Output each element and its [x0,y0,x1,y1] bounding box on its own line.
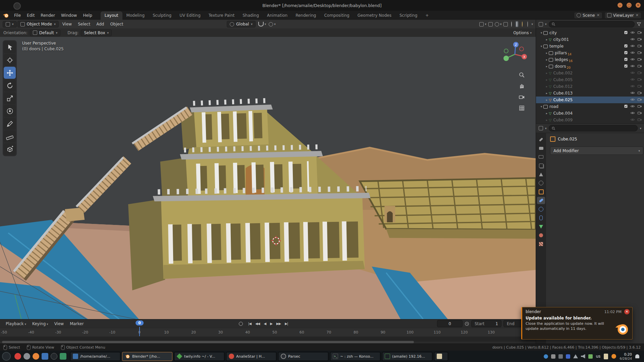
editor-type-button[interactable]: ▾ [3,21,17,27]
menu-render[interactable]: Render [38,12,58,19]
workspace-tab-scripting[interactable]: Scripting [395,11,421,20]
blender-logo-icon[interactable] [3,13,9,18]
disable-render-camera-icon[interactable] [637,111,642,116]
task-button-amalie-192-16[interactable]: (amalie) 192.16... [382,352,432,361]
disclosure-closed-icon[interactable]: ▸ [545,65,549,68]
disable-render-camera-icon[interactable] [637,50,642,56]
properties-tab-render[interactable] [537,144,545,152]
outliner-row-doors[interactable]: ▸doors20 [536,63,644,70]
workspace-tab-geometry-nodes[interactable]: Geometry Nodes [354,11,395,20]
hide-eye-icon[interactable] [630,90,635,96]
hide-eye-icon[interactable] [630,104,635,110]
battery-tray-icon[interactable] [588,354,593,359]
properties-tab-modifiers[interactable] [537,197,545,204]
bluetooth-tray-icon[interactable] [566,354,570,359]
xray-toggle-icon[interactable] [503,22,508,26]
navigation-gizmo[interactable]: X Z [502,42,528,67]
properties-tab-material[interactable] [537,232,545,239]
notifications-bell-icon[interactable] [635,354,639,358]
disclosure-open-icon[interactable]: ▾ [539,45,543,48]
zoom-icon[interactable] [519,72,525,78]
screenshot-tray-icon[interactable] [558,354,563,359]
timeline-menu-view[interactable]: View [51,320,67,327]
workspace-tab-uv-editing[interactable]: UV Editing [175,11,205,20]
timeline-ruler[interactable]: -50-40-30-20-100102030405060708090100110… [0,328,536,337]
workspace-tab-compositing[interactable]: Compositing [320,11,353,20]
workspace-tab-layout[interactable]: Layout [101,11,122,20]
media-tray-icon[interactable] [551,354,555,359]
shading-wireframe[interactable] [510,21,513,27]
filter-funnel-icon[interactable] [637,22,641,26]
properties-tab-tool[interactable] [537,136,545,143]
task-button-zsh-konso[interactable]: >_~ : zsh — Konso... [330,352,380,361]
workspace-tab-[interactable]: + [421,11,433,20]
disable-render-camera-icon[interactable] [637,97,642,103]
workspace-tab-rendering[interactable]: Rendering [291,11,320,20]
workspace-tab-shading[interactable]: Shading [238,11,263,20]
hide-eye-icon[interactable] [630,44,635,49]
hide-eye-icon[interactable] [630,64,635,69]
properties-tab-physics[interactable] [537,205,545,213]
hide-eye-icon[interactable] [630,111,635,116]
start-menu-button[interactable] [2,352,11,361]
task-button-twily-info-v[interactable]: twily.info ~/ - V... [174,352,224,361]
outliner-row-cube-005[interactable]: ▸▽Cube.005 [536,76,644,83]
viewlayer-remove-icon[interactable]: ✕ [636,13,639,17]
disclosure-closed-icon[interactable]: ▸ [545,71,549,75]
outliner-row-pillars[interactable]: ▸pillars14 [536,50,644,56]
options-dropdown[interactable]: Options▾ [513,31,532,35]
disclosure-closed-icon[interactable]: ▸ [545,85,549,88]
tool-rotate-button[interactable] [4,79,16,92]
hide-eye-icon[interactable] [630,70,635,76]
shading-solid[interactable] [515,21,519,27]
disclosure-closed-icon[interactable]: ▸ [545,92,549,95]
outliner-row-cube-012[interactable]: ▸▽Cube.012 [536,83,644,90]
launcher-system-icon[interactable] [23,353,30,360]
outliner-row-cube-009[interactable]: ▸▽Cube.009 [536,117,644,123]
outliner-search-input[interactable] [549,21,635,27]
minimize-button[interactable]: – [618,3,623,8]
tool-transform-button[interactable] [4,105,16,117]
viewport-menu-add[interactable]: Add [93,21,107,27]
outliner-row-ledges[interactable]: ▸ledges16 [536,56,644,63]
task-button-analiestar-h[interactable]: AnalieStar | H... [226,352,276,361]
exclude-checkbox-icon[interactable] [624,31,628,36]
properties-tab-object[interactable] [537,188,545,195]
disable-render-camera-icon[interactable] [637,44,642,49]
disclosure-open-icon[interactable]: ▾ [539,31,543,35]
launcher-firefox-icon[interactable] [33,353,39,360]
timeline-menu-marker[interactable]: Marker [67,320,87,327]
hide-eye-icon[interactable] [630,50,635,56]
hide-eye-icon[interactable] [630,57,635,63]
visibility-dropdown[interactable]: ▾ [479,22,486,26]
outliner-row-cube-013[interactable]: ▸▽Cube.013 [536,90,644,97]
add-modifier-button[interactable]: Add Modifier ▾ [550,146,643,155]
network-tray-icon[interactable] [573,354,578,358]
outliner-row-city[interactable]: ▾city [536,29,644,36]
viewport-scene[interactable] [0,37,536,319]
maximize-button[interactable]: ▢ [627,3,632,8]
clipboard-icon[interactable] [604,354,608,359]
tool-scale-button[interactable] [4,92,16,104]
menu-edit[interactable]: Edit [24,12,38,19]
task-button-parsec[interactable]: Parsec [278,352,328,361]
playback-jump-start-button[interactable]: |◀ [247,321,253,326]
exclude-checkbox-icon[interactable] [624,44,628,49]
exclude-checkbox-icon[interactable] [624,57,628,62]
task-button-blank[interactable] [434,352,448,361]
properties-tab-view-layer[interactable] [537,162,545,169]
viewport-3d[interactable]: User Perspective (0) doors | Cube.025 X … [0,37,536,319]
disclosure-closed-icon[interactable]: ▸ [545,51,549,55]
viewport-menu-select[interactable]: Select [75,21,93,27]
current-frame-marker[interactable]: 0 [136,320,144,325]
menu-window[interactable]: Window [58,12,80,19]
menu-file[interactable]: File [11,12,24,19]
info-tray-icon[interactable] [544,354,548,359]
properties-tab-constraints[interactable] [537,214,545,222]
menu-help[interactable]: Help [80,12,95,19]
outliner-editor-icon[interactable] [539,22,543,26]
properties-tab-texture[interactable] [537,240,545,248]
proportional-editing-dropdown[interactable]: ▾ [269,22,276,26]
window-app-icon[interactable] [13,2,21,10]
workspace-tab-animation[interactable]: Animation [263,11,291,20]
